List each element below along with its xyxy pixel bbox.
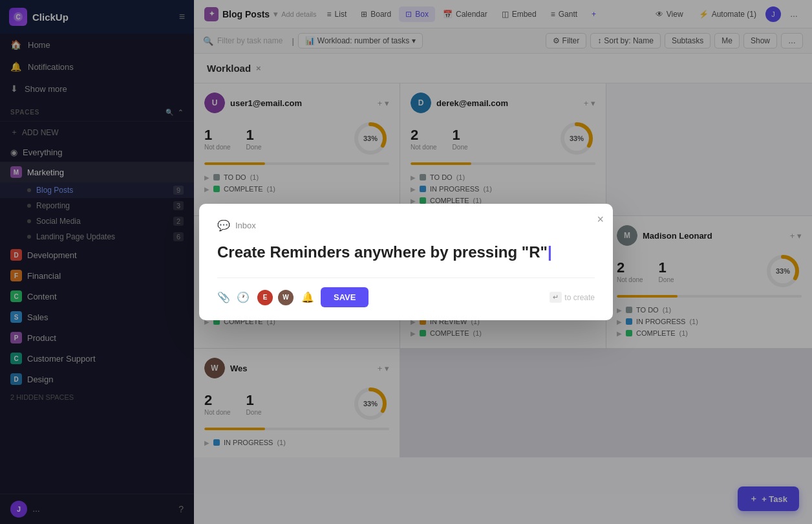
modal-bell-icon[interactable]: 🔔 [301, 291, 314, 303]
modal-hint: ↵ to create [550, 292, 595, 303]
modal-title: Create Reminders anywhere by pressing "R… [217, 242, 595, 262]
modal-overlay[interactable]: × 💬 Inbox Create Reminders anywhere by p… [0, 0, 812, 524]
clock-icon[interactable]: 🕐 [237, 291, 250, 303]
modal-title-text: Create Reminders anywhere by pressing "R… [217, 243, 548, 261]
modal-header: 💬 Inbox [217, 219, 595, 232]
modal-avatar-wes: W [277, 289, 295, 307]
cursor: | [548, 243, 552, 261]
modal-avatar-erica: E [256, 289, 274, 307]
modal-close-button[interactable]: × [597, 213, 604, 226]
modal-hint-key: ↵ [550, 292, 562, 303]
modal-save-button[interactable]: SAVE [321, 287, 369, 307]
modal-hint-text: to create [564, 293, 595, 302]
modal-toolbar: 📎 🕐 E W 🔔 SAVE ↵ to create [217, 278, 595, 307]
attach-icon[interactable]: 📎 [217, 291, 230, 303]
modal-avatar-stack: E W [256, 289, 295, 307]
modal-source-icon: 💬 [217, 219, 230, 232]
reminder-modal: × 💬 Inbox Create Reminders anywhere by p… [199, 204, 613, 320]
modal-source-label: Inbox [235, 221, 256, 230]
